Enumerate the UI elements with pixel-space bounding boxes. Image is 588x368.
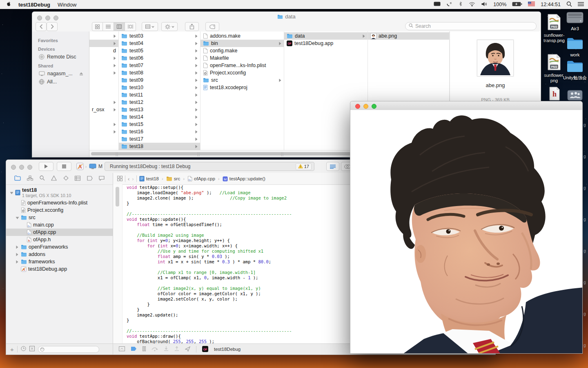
jumpbar-forward-icon[interactable]: › [132,176,134,182]
navigator-item-ofapp-cpp[interactable]: C+ofApp.cpp [6,229,113,236]
sidebar-item-all-[interactable]: All... [32,78,89,86]
sidebar-item-remote-disc[interactable]: Remote Disc [32,53,89,61]
scrollbar-thumb[interactable] [91,152,361,155]
file-row[interactable] [89,62,118,69]
desktop-icon-work[interactable]: work [565,37,585,58]
column-resize-handle[interactable]: || [116,152,118,156]
project-navigator-icon[interactable] [14,175,21,182]
file-row-test05[interactable]: test05 [119,47,200,54]
scm-status-icon[interactable] [29,346,35,353]
file-row-test06[interactable]: test06 [119,54,200,62]
pause-execution-icon[interactable] [143,346,146,352]
navigator-item-src[interactable]: src [6,214,113,221]
minimize-icon[interactable] [363,104,368,109]
file-row-test18-xcodeproj[interactable]: test18.xcodeproj [200,84,284,91]
navigator-item-test18debug-app[interactable]: Atest18Debug.app [6,265,113,273]
file-row-abe-png[interactable]: abe.png [368,32,449,40]
file-row[interactable] [89,91,118,99]
file-row[interactable] [89,121,118,128]
debug-navigator-icon[interactable] [75,175,80,182]
close-icon[interactable] [355,104,360,109]
desktop-icon-people[interactable] [566,90,584,102]
file-row-test08[interactable]: test08 [119,69,200,76]
scheme-app-icon[interactable]: A [76,163,84,172]
symbol-navigator-icon[interactable] [27,175,33,182]
menu-window[interactable]: Window [58,2,76,8]
navigator-item-ofapp-h[interactable]: hofApp.h [6,236,113,243]
desktop-icon-sunflower-png[interactable]: PNGsunflower.png [543,54,565,83]
tag-button[interactable] [205,22,219,31]
coverflow-view-button[interactable] [125,22,136,31]
file-row-makefile[interactable]: Makefile [200,54,284,62]
icon-view-button[interactable] [92,22,103,31]
arrange-button[interactable] [142,22,158,31]
volume-icon[interactable] [481,1,488,8]
jumpbar-segment-testapp-update-[interactable]: MtestApp::update() [223,176,265,182]
hide-debug-area-icon[interactable] [119,346,125,352]
file-row-config-make[interactable]: config.make [200,47,284,54]
file-row-test10[interactable]: test10 [119,84,200,91]
forward-button[interactable] [47,22,58,31]
file-row-test16[interactable]: test16 [119,128,200,135]
step-over-icon[interactable] [151,347,158,352]
navigator-item-project-xcconfig[interactable]: Project.xcconfig [6,206,113,214]
sidebar-item-nagasm-[interactable]: nagasm_... [32,70,89,78]
file-row-test14[interactable]: test14 [119,113,200,121]
zoom-icon[interactable] [27,165,32,170]
jumpbar-back-icon[interactable]: ‹ [128,176,129,182]
column-resize-handle[interactable]: || [197,152,200,156]
disclosure-icon[interactable] [15,244,19,250]
disclosure-icon[interactable] [15,251,19,257]
bluetooth-icon[interactable] [458,1,463,8]
debug-process-label[interactable]: test18Debug [214,347,241,352]
file-row[interactable] [89,84,118,91]
file-row[interactable] [89,40,118,47]
file-row[interactable] [89,76,118,84]
navigator-item-test18[interactable]: test181 target, OS X SDK 10.10 [6,186,113,199]
action-gear-button[interactable] [161,22,178,31]
breakpoints-toggle-icon[interactable] [131,346,137,352]
step-into-icon[interactable] [164,346,169,352]
file-row-test04[interactable]: test04 [119,40,200,47]
app-titlebar[interactable] [350,101,582,110]
breakpoint-navigator-icon[interactable] [87,175,93,182]
xcode-traffic-lights[interactable] [11,164,36,171]
file-row-test03[interactable]: test03 [119,32,200,40]
recent-files-icon[interactable] [21,346,26,353]
close-icon[interactable] [11,165,16,170]
file-row[interactable] [89,69,118,76]
standard-editor-button[interactable] [326,162,339,171]
test-navigator-icon[interactable] [63,175,69,182]
menu-bar-clock[interactable]: 12:44:51 [541,2,561,7]
navigator-item-main-cpp[interactable]: C+main.cpp [6,221,113,229]
minimize-icon[interactable] [19,165,24,170]
phone-status-icon[interactable] [446,1,452,8]
jumpbar-segment-src[interactable]: src [166,176,180,181]
warning-badge[interactable]: ! 17 [296,163,312,170]
file-row-d[interactable]: d [89,47,118,54]
jumpbar-segment-ofapp-cpp[interactable]: C+ofApp.cpp [187,176,215,182]
simulate-location-icon[interactable] [185,346,190,352]
filter-field[interactable] [38,346,99,353]
desktop-icon-air3[interactable]: Air3 [564,11,586,31]
file-row-test18debug-app[interactable]: OFtest18Debug.app [284,40,368,47]
file-row-addons-make[interactable]: addons.make [200,32,284,40]
disclosure-icon[interactable] [15,259,19,265]
desktop-icon-hdoc[interactable]: h [548,87,561,102]
preview-thumbnail[interactable] [477,40,514,76]
file-row-test17[interactable]: test17 [119,135,200,143]
file-row-test13[interactable]: test13 [119,106,200,113]
file-row-project-xcconfig[interactable]: Project.xcconfig [200,69,284,76]
file-row-r-osx[interactable]: r_osx [89,106,118,113]
active-app-menu[interactable]: test18Debug [18,2,50,8]
navigator-item-openframeworks[interactable]: openFrameworks [6,243,113,251]
list-view-button[interactable] [103,22,114,31]
apple-menu-icon[interactable] [6,1,11,8]
search-field[interactable]: Search [405,22,537,30]
scheme-destination-label[interactable]: M [98,164,102,169]
file-row[interactable] [89,128,118,135]
file-row-test18[interactable]: test18 [119,143,200,150]
file-row-test12[interactable]: test12 [119,99,200,106]
disclosure-icon[interactable] [15,215,19,220]
file-row-src[interactable]: src [200,76,284,84]
